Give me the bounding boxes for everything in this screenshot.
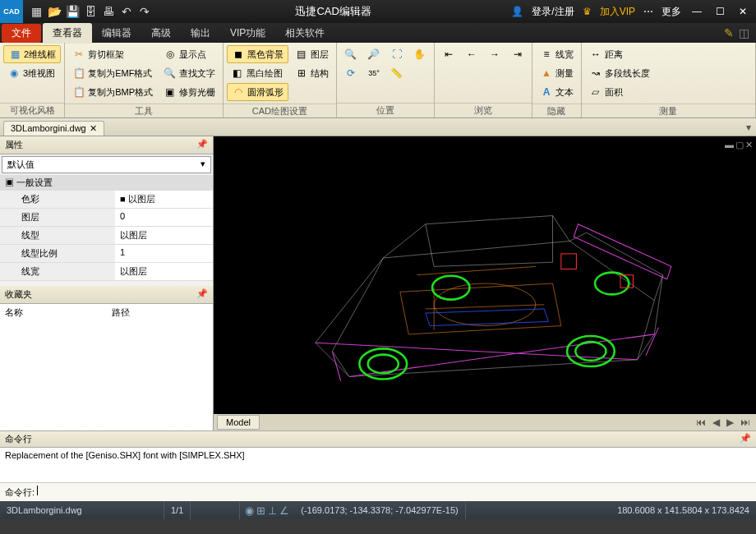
btn-35[interactable]: 35° <box>363 64 385 82</box>
help-icon[interactable]: ✎ <box>724 26 734 39</box>
group-cad-settings: CAD绘图设置 <box>224 104 336 118</box>
btn-nav-right[interactable]: ⇥ <box>507 45 528 63</box>
tab-advanced[interactable]: 高级 <box>141 24 181 43</box>
file-name: 3DLamborgini.dwg <box>11 123 86 133</box>
tab-model[interactable]: Model <box>217 415 260 430</box>
maximize-button[interactable]: ☐ <box>710 2 730 21</box>
btn-measure-h[interactable]: ▲测量 <box>536 64 578 82</box>
group-visual-style: 可视化风格 <box>0 103 64 117</box>
print-icon[interactable]: 🖶 <box>100 3 117 20</box>
undo-icon[interactable]: ↶ <box>118 3 135 20</box>
btn-distance[interactable]: ↔距离 <box>585 45 654 63</box>
btn-copy-emf[interactable]: 📋复制为EMF格式 <box>68 64 157 82</box>
svg-point-6 <box>595 273 629 295</box>
viewport[interactable]: ▬ ▢ ✕ <box>214 136 756 430</box>
btn-area[interactable]: ▱面积 <box>585 83 654 101</box>
btn-pan[interactable]: ✋ <box>409 45 431 63</box>
tab-vip[interactable]: VIP功能 <box>220 24 275 43</box>
prop-row[interactable]: 线型比例1 <box>0 245 213 263</box>
status-file: 3DLamborgini.dwg <box>0 501 164 519</box>
btn-3d-view[interactable]: ◉3维视图 <box>3 64 61 82</box>
btn-lineweight[interactable]: ≡线宽 <box>536 45 578 63</box>
btn-structure[interactable]: ⊞结构 <box>291 64 333 82</box>
user-icon[interactable]: 👤 <box>509 6 526 17</box>
tab-editor[interactable]: 编辑器 <box>92 24 141 43</box>
pin-icon[interactable]: 📌 <box>196 139 208 151</box>
btn-black-bg[interactable]: ◼黑色背景 <box>227 45 288 63</box>
saveall-icon[interactable]: 🗄 <box>82 3 99 20</box>
more-icon[interactable]: ⋯ <box>641 6 656 17</box>
btn-nav-prev[interactable]: ← <box>461 45 482 63</box>
vip-link[interactable]: 加入VIP <box>597 5 638 19</box>
left-icon: ⇤ <box>442 48 455 61</box>
vp-max-icon[interactable]: ▢ <box>735 140 744 150</box>
structure-icon: ⊞ <box>295 67 308 80</box>
btn-nav-next[interactable]: → <box>484 45 505 63</box>
settings-icon[interactable]: ◫ <box>739 26 749 39</box>
btn-text[interactable]: A文本 <box>536 83 578 101</box>
prop-row[interactable]: 线型以图层 <box>0 227 213 245</box>
group-hide: 隐藏 <box>532 104 581 118</box>
close-tab-icon[interactable]: ✕ <box>90 123 97 134</box>
btn-rotate[interactable]: ⟳ <box>340 64 362 82</box>
cmd-input[interactable]: 命令行: <box>0 482 756 501</box>
btn-zoom-out[interactable]: 🔎 <box>363 45 385 63</box>
btn-layers[interactable]: ▤图层 <box>291 45 333 63</box>
prop-row[interactable]: 线宽以图层 <box>0 263 213 281</box>
redo-icon[interactable]: ↷ <box>136 3 153 20</box>
btn-trim-raster[interactable]: ▣修剪光栅 <box>159 83 219 101</box>
btn-smooth-arc[interactable]: ◠圆滑弧形 <box>227 83 288 101</box>
sb-icon3[interactable]: ⊥ <box>268 504 277 517</box>
prop-row[interactable]: 色彩■ 以图层 <box>0 191 213 209</box>
open-icon[interactable]: 📂 <box>46 3 62 20</box>
btn-find-text[interactable]: 🔍查找文字 <box>159 64 219 82</box>
btn-zoom-in[interactable]: 🔍 <box>340 45 362 63</box>
mt-prev-icon[interactable]: ◀ <box>710 417 722 428</box>
vp-close-icon[interactable]: ✕ <box>745 140 753 150</box>
tab-file[interactable]: 文件 <box>2 24 41 43</box>
btn-bw-draw[interactable]: ◧黑白绘图 <box>227 64 288 82</box>
vp-min-icon[interactable]: ▬ <box>725 140 734 150</box>
tab-output[interactable]: 输出 <box>181 24 220 43</box>
close-button[interactable]: ✕ <box>733 2 753 21</box>
file-tab[interactable]: 3DLamborgini.dwg ✕ <box>3 121 104 136</box>
btn-zoom-fit[interactable]: ⛶ <box>386 45 408 63</box>
btn-measure-pos[interactable]: 📏 <box>386 64 408 82</box>
btn-copy-bmp[interactable]: 📋复制为BMP格式 <box>68 83 157 101</box>
save-icon[interactable]: 💾 <box>64 3 81 20</box>
mt-next-icon[interactable]: ▶ <box>724 417 736 428</box>
tab-viewer[interactable]: 查看器 <box>43 23 92 44</box>
new-icon[interactable]: ▦ <box>28 3 44 20</box>
statusbar: 3DLamborgini.dwg 1/1 ◉ ⊞ ⊥ ∠ (-169.0173;… <box>0 501 756 519</box>
tab-dropdown-icon[interactable]: ▾ <box>746 122 756 133</box>
login-link[interactable]: 登录/注册 <box>529 5 576 19</box>
sb-icon1[interactable]: ◉ <box>245 504 254 517</box>
btn-clip[interactable]: ✂剪切框架 <box>68 45 157 63</box>
section-general[interactable]: ▣ 一般设置 <box>0 175 213 191</box>
sb-icon2[interactable]: ⊞ <box>256 504 265 517</box>
mt-last-icon[interactable]: ⏭ <box>738 417 753 428</box>
btn-nav-left[interactable]: ⇤ <box>438 45 459 63</box>
minimize-button[interactable]: — <box>687 2 707 21</box>
properties-panel: 属性📌 默认值▾ ▣ 一般设置 色彩■ 以图层图层0线型以图层线型比例1线宽以图… <box>0 136 214 430</box>
tab-software[interactable]: 相关软件 <box>275 24 334 43</box>
window-title: 迅捷CAD编辑器 <box>158 4 509 19</box>
titlebar: CAD ▦ 📂 💾 🗄 🖶 ↶ ↷ 迅捷CAD编辑器 👤 登录/注册 ♛ 加入V… <box>0 0 756 23</box>
next-icon: → <box>488 48 501 61</box>
sb-icon4[interactable]: ∠ <box>279 504 289 517</box>
measure-icon: ▲ <box>540 67 553 80</box>
btn-show-point[interactable]: ◎显示点 <box>159 45 219 63</box>
pin-icon[interactable]: 📌 <box>196 288 208 301</box>
more-link[interactable]: 更多 <box>659 5 684 19</box>
default-combo[interactable]: 默认值▾ <box>2 156 211 173</box>
point-icon: ◎ <box>164 48 177 61</box>
btn-2d-wireframe[interactable]: ▦2维线框 <box>3 45 61 63</box>
prop-row[interactable]: 图层0 <box>0 209 213 227</box>
bw-icon: ◧ <box>231 67 244 80</box>
pin-icon[interactable]: 📌 <box>740 433 751 445</box>
mt-first-icon[interactable]: ⏮ <box>694 417 708 428</box>
btn-polyline-length[interactable]: ↝多段线长度 <box>585 64 654 82</box>
svg-point-5 <box>432 276 469 300</box>
model-tabs: Model ⏮ ◀ ▶ ⏭ <box>214 414 756 430</box>
svg-point-3 <box>567 336 615 366</box>
